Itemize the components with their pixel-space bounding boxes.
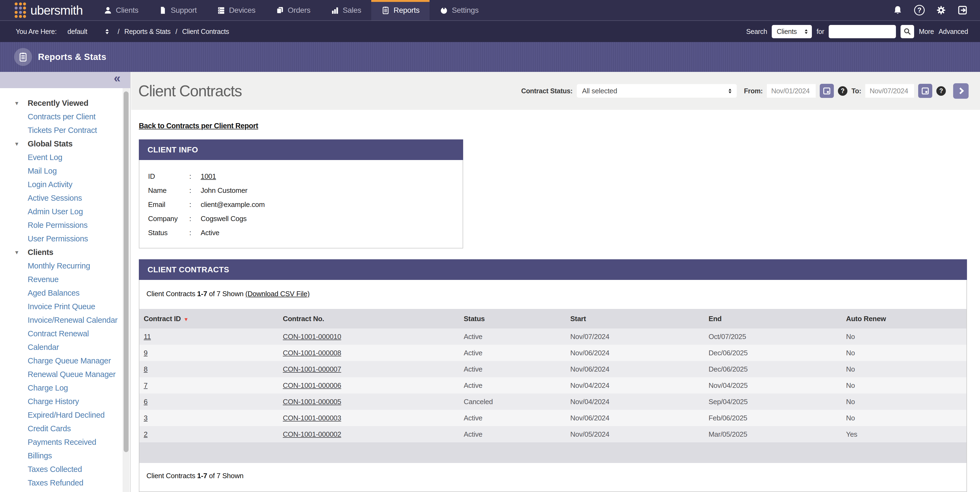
tree-item[interactable]: ▾Invoice/Renewal Calendar [0,313,130,327]
contract-id-link[interactable]: 8 [144,365,148,373]
search-button[interactable] [900,25,914,38]
search-input[interactable] [829,25,896,38]
contract-id-link[interactable]: 3 [144,414,148,422]
nav-item-settings[interactable]: Settings [430,0,488,20]
contract-auto-renew-cell: Yes [842,426,966,443]
client-info-row-name: Name:John Customer [139,183,463,197]
to-calendar-button[interactable] [918,84,932,98]
tree-item[interactable]: ▾Aged Balances [0,286,130,300]
contract-status-select[interactable]: All selected [577,84,737,98]
brand[interactable]: ubersmith [14,0,83,20]
column-header-status[interactable]: Status [459,309,566,328]
tree-item[interactable]: ▾Global Stats [0,137,130,151]
download-csv-link[interactable]: (Download CSV File) [245,290,310,298]
tree-item[interactable]: ▾Billings [0,449,130,462]
tree-item-label: Active Sessions [28,191,82,205]
search-advanced-link[interactable]: Advanced [939,28,968,35]
tree-item[interactable]: ▾Taxes Invoiced [0,490,130,492]
column-header-auto-renew[interactable]: Auto Renew [842,309,966,328]
sidebar-collapse-icon[interactable]: « [114,71,120,85]
nav-item-sales[interactable]: Sales [321,0,372,20]
nav-item-orders[interactable]: Orders [266,0,321,20]
contract-no-link[interactable]: CON-1001-000007 [283,365,341,373]
tree-item[interactable]: ▾Charge Queue Manager [0,354,130,368]
tree-item[interactable]: ▾Contracts per Client [0,110,130,123]
apply-date-range-button[interactable] [953,83,969,99]
tree-item[interactable]: ▾Charge History [0,395,130,408]
contract-no-link[interactable]: CON-1001-000006 [283,381,341,390]
tree-item[interactable]: ▾Tickets Per Contract [0,123,130,137]
tree-item[interactable]: ▾Charge Log [0,381,130,395]
gear-icon[interactable] [936,5,946,15]
tree-item[interactable]: ▾Renewal Queue Manager [0,368,130,381]
notifications-bell-icon[interactable] [892,5,903,15]
tree-item-label: Charge History [28,395,79,408]
contract-no-link[interactable]: CON-1001-000005 [283,398,341,406]
contract-no-link[interactable]: CON-1001-000008 [283,349,341,357]
column-header-contract-no[interactable]: Contract No. [278,309,459,328]
tree-item[interactable]: ▾Invoice Print Queue [0,300,130,313]
context-sort-arrows-icon[interactable] [105,29,109,34]
to-date-input[interactable] [865,84,914,98]
tree-item[interactable]: ▾Active Sessions [0,191,130,205]
contract-end-cell: Dec/06/2025 [704,345,842,361]
breadcrumb-reports-stats-link[interactable]: Reports & Stats [124,28,170,35]
search-more-link[interactable]: More [919,28,934,35]
from-help-icon[interactable]: ? [838,86,847,96]
nav-item-reports[interactable]: Reports [371,0,430,20]
tree-item-label: Charge Queue Manager [28,354,111,368]
contract-row: 9 CON-1001-000008 Active Nov/06/2024 Dec… [139,345,966,361]
nav-item-support[interactable]: Support [148,0,207,20]
nav-item-clients[interactable]: Clients [94,0,149,20]
report-content: Back to Contracts per Client Report CLIE… [131,110,980,492]
context-selector[interactable]: default [67,28,88,35]
from-calendar-button[interactable] [820,84,834,98]
search-bar: Search Clients for More Advanced [746,25,968,38]
contract-id-link[interactable]: 2 [144,430,148,438]
from-date-input[interactable] [767,84,816,98]
contract-id-link[interactable]: 6 [144,398,148,406]
tree-item[interactable]: ▾Login Activity [0,178,130,191]
tree-item[interactable]: ▾Taxes Collected [0,462,130,476]
contract-start-cell: Nov/04/2024 [566,393,704,410]
tree-item[interactable]: ▾Recently Viewed [0,96,130,110]
sidebar-scrollbar-thumb[interactable] [124,91,129,452]
to-label: To: [851,87,861,95]
contract-row: 3 CON-1001-000003 Active Nov/06/2024 Feb… [139,410,966,426]
contract-no-link[interactable]: CON-1001-000002 [283,430,341,438]
column-header-contract-id[interactable]: Contract ID▼ [139,309,278,328]
contract-start-cell: Nov/06/2024 [566,345,704,361]
help-icon[interactable]: ? [914,5,925,16]
search-scope-select[interactable]: Clients [772,25,812,38]
tree-item[interactable]: ▾Expired/Hard Declined Credit Cards [0,408,130,435]
tree-item[interactable]: ▾User Permissions [0,232,130,245]
client-status-value: Active [200,229,220,237]
tree-item[interactable]: ▾Clients [0,245,130,259]
logout-icon[interactable] [958,5,967,15]
tree-item[interactable]: ▾Payments Received [0,435,130,449]
client-id-link[interactable]: 1001 [200,172,216,181]
nav-item-devices[interactable]: Devices [207,0,266,20]
contract-id-link[interactable]: 7 [144,381,148,390]
column-header-start[interactable]: Start [566,309,704,328]
top-navbar: ubersmith Clients Support Devices Orders… [0,0,980,20]
contracts-table-header-row: Contract ID▼ Contract No. Status Start E… [139,309,966,328]
contract-id-link[interactable]: 11 [144,333,151,341]
tree-item[interactable]: ▾Admin User Log [0,205,130,218]
server-icon [217,6,225,14]
tree-item[interactable]: ▾Contract Renewal Calendar [0,327,130,354]
breadcrumb-current-page: Client Contracts [182,28,229,35]
column-header-end[interactable]: End [704,309,842,328]
tree-item[interactable]: ▾Role Permissions [0,218,130,232]
contract-id-link[interactable]: 9 [144,349,148,357]
back-to-report-link[interactable]: Back to Contracts per Client Report [139,122,258,130]
tree-item[interactable]: ▾Mail Log [0,164,130,178]
tree-item[interactable]: ▾Monthly Recurring Revenue [0,259,130,286]
contract-no-link[interactable]: CON-1001-000003 [283,414,341,422]
client-email-value: client@example.com [200,201,265,209]
tree-item[interactable]: ▾Taxes Refunded [0,476,130,490]
tree-item[interactable]: ▾Event Log [0,151,130,164]
to-help-icon[interactable]: ? [936,86,946,96]
client-info-panel: CLIENT INFO ID:1001 Name:John Customer E… [139,139,463,248]
contract-no-link[interactable]: CON-1001-000010 [283,333,341,341]
